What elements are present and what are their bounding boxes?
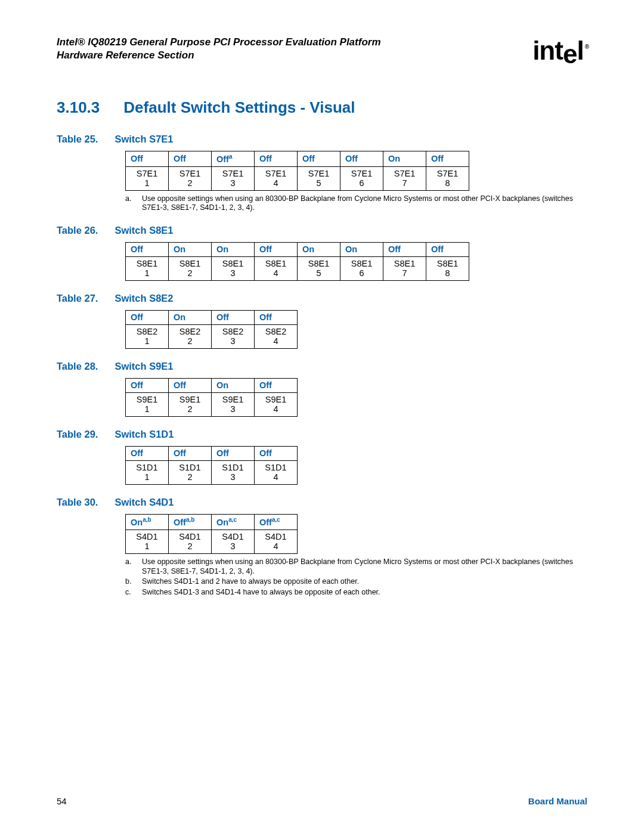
table-cap-name: Switch S4D1	[114, 497, 174, 508]
table-header-cell: Offa,b	[169, 515, 212, 530]
table-header-cell: Off	[126, 447, 169, 461]
header-line2: Hardware Reference Section	[57, 49, 381, 62]
table-data-row: S8E21S8E22S8E23S8E24	[126, 324, 298, 348]
table-header-cell: Off	[340, 151, 383, 167]
table-block: Table 26.Switch S8E1OffOnOnOffOnOnOffOff…	[57, 225, 587, 281]
footnote-row: c.Switches S4D1-3 and S4D1-4 have to alw…	[125, 588, 587, 597]
table-data-cell: S8E14	[255, 256, 298, 280]
table-data-cell: S7E11	[126, 166, 169, 190]
page-header: Intel® IQ80219 General Purpose PCI Proce…	[57, 36, 587, 66]
table-cap-name: Switch S8E2	[114, 293, 173, 304]
footnote-text: Switches S4D1-1 and 2 have to always be …	[142, 577, 587, 587]
footnote-text: Use opposite settings when using an 8030…	[142, 558, 587, 576]
table-header-cell: Offa,c	[255, 515, 298, 530]
table-header-row: OffOffOnOff	[126, 379, 298, 393]
header-sup: a,c	[272, 516, 280, 523]
table-data-cell: S7E15	[298, 166, 340, 190]
table-data-cell: S4D12	[169, 529, 212, 553]
switch-table: OffOnOffOffS8E21S8E22S8E23S8E24	[125, 310, 298, 349]
table-data-cell: S8E24	[255, 324, 298, 348]
table-header-cell: Off	[126, 151, 169, 167]
footer-right: Board Manual	[528, 796, 587, 806]
table-data-cell: S8E15	[298, 256, 340, 280]
footnote-text: Use opposite settings when using an 8030…	[142, 194, 587, 213]
table-cap-name: Switch S9E1	[114, 361, 173, 372]
table-header-cell: Off	[255, 243, 298, 257]
table-cap-prefix: Table 27.	[57, 293, 98, 304]
table-header-cell: On	[169, 311, 212, 325]
table-cap-prefix: Table 29.	[57, 429, 98, 440]
footnote-label: b.	[125, 577, 135, 587]
table-data-row: S8E11S8E12S8E13S8E14S8E15S8E16S8E17S8E18	[126, 256, 469, 280]
header-title-block: Intel® IQ80219 General Purpose PCI Proce…	[57, 36, 381, 62]
table-data-cell: S7E17	[383, 166, 426, 190]
table-header-cell: Off	[255, 379, 298, 393]
table-data-cell: S7E12	[169, 166, 212, 190]
table-header-cell: Off	[126, 311, 169, 325]
table-caption: Table 27.Switch S8E2	[57, 293, 587, 304]
table-header-cell: Off	[126, 379, 169, 393]
table-data-cell: S1D12	[169, 460, 212, 484]
table-header-cell: Off	[255, 447, 298, 461]
switch-table: OffOnOnOffOnOnOffOffS8E11S8E12S8E13S8E14…	[125, 242, 469, 281]
footnote-row: a.Use opposite settings when using an 80…	[125, 194, 587, 213]
table-header-cell: Off	[169, 151, 212, 167]
table-data-cell: S8E21	[126, 324, 169, 348]
table-caption: Table 29.Switch S1D1	[57, 429, 587, 440]
table-data-cell: S8E11	[126, 256, 169, 280]
switch-table: OffOffOffaOffOffOffOnOffS7E11S7E12S7E13S…	[125, 151, 469, 191]
table-data-row: S1D11S1D12S1D13S1D14	[126, 460, 298, 484]
table-data-row: S7E11S7E12S7E13S7E14S7E15S7E16S7E17S7E18	[126, 166, 469, 190]
footnote-label: a.	[125, 194, 135, 213]
table-data-cell: S7E18	[426, 166, 469, 190]
header-line1: Intel® IQ80219 General Purpose PCI Proce…	[57, 36, 381, 49]
table-block: Table 27.Switch S8E2OffOnOffOffS8E21S8E2…	[57, 293, 587, 349]
table-data-cell: S8E12	[169, 256, 212, 280]
table-header-row: OffOffOffaOffOffOffOnOff	[126, 151, 469, 167]
section-title: Default Switch Settings - Visual	[123, 98, 355, 117]
table-data-cell: S1D14	[255, 460, 298, 484]
table-block: Table 25.Switch S7E1OffOffOffaOffOffOffO…	[57, 134, 587, 213]
table-header-cell: Off	[426, 151, 469, 167]
section-number: 3.10.3	[57, 98, 100, 117]
table-header-cell: Offa	[212, 151, 255, 167]
table-data-row: S4D11S4D12S4D13S4D14	[126, 529, 298, 553]
table-cap-prefix: Table 26.	[57, 225, 98, 236]
table-data-cell: S9E12	[169, 392, 212, 416]
table-header-row: OffOffOffOff	[126, 447, 298, 461]
table-header-cell: Off	[298, 151, 340, 167]
table-header-cell: Off	[255, 311, 298, 325]
table-data-cell: S9E11	[126, 392, 169, 416]
table-data-cell: S8E23	[212, 324, 255, 348]
table-caption: Table 25.Switch S7E1	[57, 134, 587, 145]
footnote-label: a.	[125, 558, 135, 576]
table-data-cell: S7E13	[212, 166, 255, 190]
switch-table: Ona,bOffa,bOna,cOffa,cS4D11S4D12S4D13S4D…	[125, 514, 298, 554]
footnote-label: c.	[125, 588, 135, 597]
table-caption: Table 28.Switch S9E1	[57, 361, 587, 372]
table-data-cell: S4D11	[126, 529, 169, 553]
table-header-cell: Off	[255, 151, 298, 167]
table-cap-prefix: Table 28.	[57, 361, 98, 372]
table-data-cell: S7E16	[340, 166, 383, 190]
page-number: 54	[57, 796, 67, 806]
registered-mark: ®	[585, 44, 589, 50]
header-sup: a,b	[186, 516, 194, 523]
header-sup: a,b	[143, 516, 151, 523]
intel-logo: intel®	[532, 36, 587, 66]
table-block: Table 28.Switch S9E1OffOffOnOffS9E11S9E1…	[57, 361, 587, 417]
table-caption: Table 30.Switch S4D1	[57, 497, 587, 508]
section-heading: 3.10.3 Default Switch Settings - Visual	[57, 98, 587, 117]
table-cap-name: Switch S7E1	[114, 134, 173, 145]
table-data-row: S9E11S9E12S9E13S9E14	[126, 392, 298, 416]
table-cap-name: Switch S8E1	[114, 225, 173, 236]
table-header-row: OffOnOffOff	[126, 311, 298, 325]
table-header-cell: Off	[383, 243, 426, 257]
table-header-cell: Off	[426, 243, 469, 257]
table-header-cell: On	[212, 243, 255, 257]
table-block: Table 30.Switch S4D1Ona,bOffa,bOna,cOffa…	[57, 497, 587, 597]
table-header-cell: Off	[126, 243, 169, 257]
table-data-cell: S7E14	[255, 166, 298, 190]
table-data-cell: S8E22	[169, 324, 212, 348]
table-data-cell: S8E18	[426, 256, 469, 280]
